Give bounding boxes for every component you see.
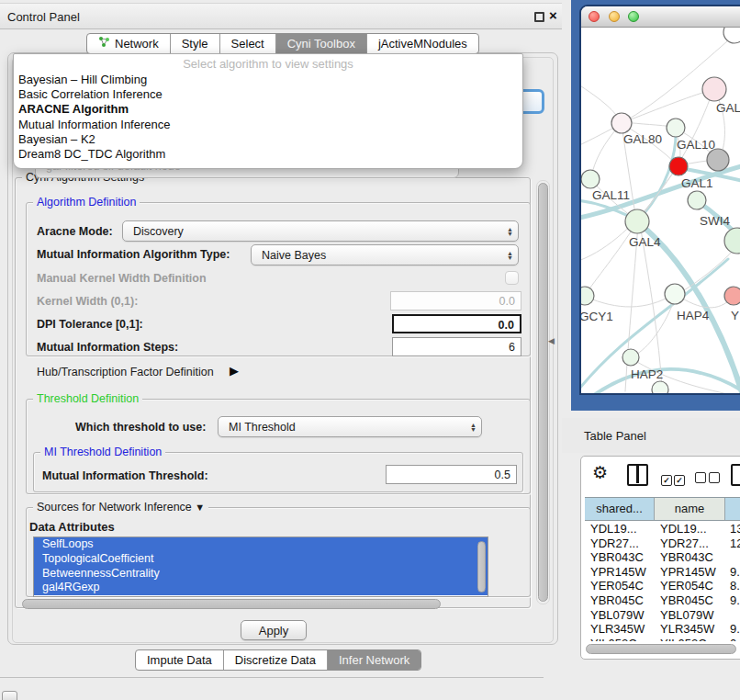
aracne-mode-combo[interactable]: Discovery ▲▼ <box>122 220 519 242</box>
network-canvas[interactable]: GALGAL80GAL10GAL1GAL11SWI4GAL4GCY1HAP4YH… <box>581 28 740 393</box>
zoom-window-icon[interactable] <box>628 11 639 22</box>
aracne-mode-value: Discovery <box>133 225 184 238</box>
table-row[interactable]: YBR045CYBR045C9. <box>585 593 740 608</box>
apply-button[interactable]: Apply <box>241 620 307 640</box>
node[interactable] <box>707 149 729 171</box>
attribute-list-scrollbar[interactable] <box>477 541 486 593</box>
algorithm-dropdown-menu: Select algorithm to view settings Bayesi… <box>13 53 523 169</box>
table-body: YDL19...YDL19...13YDR27...YDR27...12YBR0… <box>585 522 740 641</box>
column-header[interactable]: shared... <box>585 498 655 520</box>
menu-item[interactable]: Bayesian – K2 <box>14 132 522 147</box>
table-row[interactable]: YDR27...YDR27...12 <box>585 536 740 551</box>
menu-item[interactable]: Dream8 DC_TDC Algorithm <box>14 147 522 162</box>
node[interactable] <box>723 28 740 43</box>
minimized-panel-button[interactable] <box>2 691 17 700</box>
column-header[interactable] <box>725 498 740 520</box>
node[interactable] <box>724 228 740 254</box>
tab-network[interactable]: Network <box>87 34 170 53</box>
dpi-tolerance-field[interactable]: 0.0 <box>392 314 521 333</box>
table-row[interactable]: YPR145WYPR145W9. <box>585 565 740 580</box>
which-threshold-combo[interactable]: MI Threshold ▲▼ <box>218 416 482 437</box>
tab-style[interactable]: Style <box>170 34 219 53</box>
node-gal11[interactable] <box>581 170 600 188</box>
close-window-icon[interactable] <box>589 11 600 22</box>
kernel-width-field[interactable]: 0.0 <box>390 291 521 310</box>
bottom-tabs: Impute DataDiscretize DataInfer Network <box>135 649 421 671</box>
table-cell: 0. <box>725 637 740 641</box>
table-row[interactable]: YLR345WYLR345W9. <box>585 622 740 637</box>
manual-kernel-checkbox[interactable] <box>505 271 519 285</box>
menu-item[interactable]: Mutual Information Inference <box>14 118 522 132</box>
node-gal10[interactable] <box>667 119 685 137</box>
tab-select[interactable]: Select <box>219 34 275 53</box>
table-cell: YER054C <box>585 579 655 593</box>
attribute-item[interactable]: SelfLoops <box>34 537 488 552</box>
menu-item[interactable]: Basic Correlation Inference <box>14 87 522 102</box>
tab-jactivemnodules[interactable]: jActiveMNodules <box>366 34 478 53</box>
node-gal80[interactable] <box>611 113 632 133</box>
node-hap2[interactable] <box>622 349 639 366</box>
mi-threshold-label: Mutual Information Threshold: <box>42 469 208 482</box>
node-gal4[interactable] <box>625 209 649 233</box>
table-icon[interactable] <box>731 464 740 486</box>
node-gal[interactable] <box>702 77 726 101</box>
control-panel-tabs: NetworkStyleSelectCyni ToolboxjActiveMNo… <box>86 33 479 54</box>
table-row[interactable]: YER054CYER054C8. <box>585 579 740 593</box>
tab-discretize-data[interactable]: Discretize Data <box>223 650 327 670</box>
network-window-titlebar[interactable] <box>581 6 740 28</box>
dpi-tolerance-label: DPI Tolerance [0,1]: <box>37 318 143 331</box>
node-gcy1[interactable] <box>581 287 594 305</box>
table-cell: YDR27... <box>655 536 725 551</box>
table-row[interactable]: YBR043CYBR043C <box>585 550 740 565</box>
table-hscrollbar[interactable] <box>586 644 736 654</box>
float-panel-icon[interactable] <box>534 12 544 22</box>
attribute-item[interactable]: BetweennessCentrality <box>34 567 488 581</box>
settings-hscrollbar[interactable] <box>22 599 441 609</box>
table-cell: YBR045C <box>585 593 655 608</box>
table-row[interactable]: YDL19...YDL19...13 <box>585 522 740 536</box>
node-hap4[interactable] <box>665 284 685 304</box>
data-attributes-label: Data Attributes <box>29 520 115 534</box>
table-cell: YPR145W <box>655 565 725 580</box>
table-cell: YBL079W <box>585 608 655 623</box>
column-header[interactable]: name <box>655 498 725 520</box>
node-y[interactable] <box>724 287 740 305</box>
menu-item[interactable]: Bayesian – Hill Climbing <box>14 73 522 87</box>
hub-expand-arrow-icon[interactable]: ▶ <box>230 364 239 378</box>
node-gal1[interactable] <box>669 157 688 175</box>
mi-steps-field[interactable]: 6 <box>392 337 521 356</box>
node-label: SWI4 <box>700 214 730 228</box>
sources-title: Sources for Network Inference ▼ <box>33 501 208 514</box>
table-panel-titlebar: Table Panel <box>562 418 740 453</box>
tab-infer-network[interactable]: Infer Network <box>327 650 420 670</box>
table-cell: YBR043C <box>585 550 655 565</box>
gear-icon[interactable]: ⚙ <box>592 462 608 483</box>
attribute-item[interactable]: TopologicalCoefficient <box>34 552 488 567</box>
node[interactable] <box>652 381 668 393</box>
table-cell: YBL079W <box>655 608 725 623</box>
kernel-width-label: Kernel Width (0,1): <box>37 295 138 308</box>
data-attributes-list[interactable]: SelfLoopsTopologicalCoefficientBetweenne… <box>33 536 488 597</box>
table-cell: YDL19... <box>585 522 655 536</box>
mi-threshold-field[interactable]: 0.5 <box>386 465 517 484</box>
table-row[interactable]: YIL052CYIL052C0. <box>585 637 740 641</box>
node-swi4[interactable] <box>688 191 706 209</box>
attribute-item[interactable]: gal4RGexp <box>34 581 488 595</box>
close-panel-icon[interactable]: × <box>549 7 557 23</box>
mi-type-combo[interactable]: Naive Bayes ▲▼ <box>251 244 519 265</box>
split-divider-arrow[interactable]: ◀ <box>548 336 555 345</box>
mi-steps-label: Mutual Information Steps: <box>37 341 178 354</box>
deselect-all-icon[interactable] <box>695 470 720 487</box>
settings-scrollbar[interactable] <box>538 183 548 602</box>
collapse-arrow-icon[interactable]: ▼ <box>195 502 205 513</box>
minimize-window-icon[interactable] <box>609 11 620 22</box>
tab-cyni-toolbox[interactable]: Cyni Toolbox <box>275 34 366 53</box>
table-cell: 12 <box>725 536 740 551</box>
select-all-icon[interactable]: ✓✓ <box>661 470 685 487</box>
table-cell: YLR345W <box>655 622 725 637</box>
table-row[interactable]: YBL079WYBL079W <box>585 608 740 623</box>
menu-item[interactable]: ARACNE Algorithm <box>14 102 522 117</box>
tab-impute-data[interactable]: Impute Data <box>136 650 223 670</box>
node-label: GAL4 <box>629 235 661 249</box>
columns-icon[interactable] <box>627 464 648 486</box>
